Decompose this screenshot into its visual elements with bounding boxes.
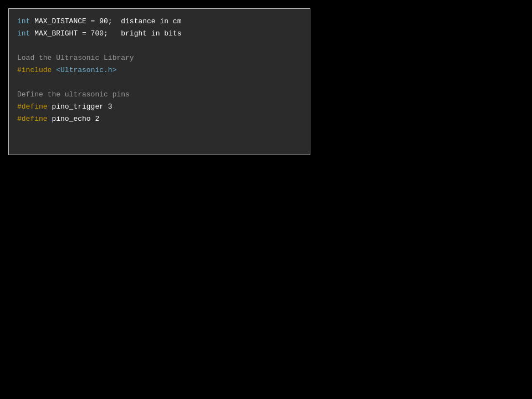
- code-token: #define: [17, 115, 48, 123]
- code-token: MAX_DISTANCE = 90; distance in cm: [30, 17, 181, 25]
- comment-line: Load the Ultrasonic Library: [17, 52, 301, 64]
- code-token: pino_echo 2: [48, 115, 100, 123]
- code-line: int MAX_DISTANCE = 90; distance in cm: [17, 16, 301, 28]
- code-token: pino_trigger 3: [48, 103, 112, 111]
- code-token: int: [17, 29, 30, 38]
- code-line: #define pino_echo 2: [17, 113, 301, 125]
- code-token: <Ultrasonic.h>: [56, 66, 116, 74]
- code-line: #include <Ultrasonic.h>: [17, 64, 301, 76]
- code-token: #define: [17, 103, 48, 111]
- blank-line: [17, 40, 301, 52]
- comment-line: Define the ultrasonic pins: [17, 89, 301, 101]
- blank-line: [17, 76, 301, 89]
- code-line: int MAX_BRIGHT = 700; bright in bits: [17, 28, 301, 40]
- code-line: #define pino_trigger 3: [17, 101, 301, 113]
- code-token: MAX_BRIGHT = 700; bright in bits: [30, 29, 181, 38]
- code-token: int: [17, 17, 30, 25]
- code-editor: int MAX_DISTANCE = 90; distance in cmint…: [8, 8, 310, 155]
- code-token: #include: [17, 66, 52, 74]
